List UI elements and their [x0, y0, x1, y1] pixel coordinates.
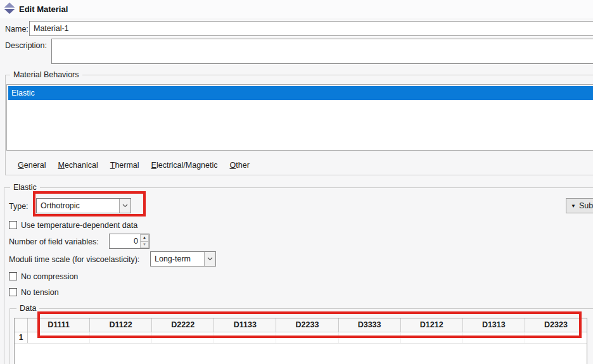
moduli-combobox[interactable]: Long-term	[150, 251, 216, 267]
data-table[interactable]: D1111 D1122 D2222 D1133 D2233 D3333 D121…	[14, 318, 587, 364]
table-cell[interactable]	[525, 332, 587, 343]
column-header: D1212	[401, 318, 463, 332]
dialog-titlebar	[0, 0, 593, 18]
no-tension-checkbox[interactable]	[9, 288, 17, 296]
table-row: 1	[15, 332, 587, 344]
abaqus-logo-icon	[4, 3, 15, 14]
table-cell[interactable]	[90, 332, 152, 343]
table-corner-cell	[15, 318, 28, 332]
column-header: D1111	[28, 318, 90, 332]
field-vars-value[interactable]: 0	[110, 234, 140, 248]
column-header: D1133	[214, 318, 276, 332]
menu-other[interactable]: Other	[230, 161, 250, 170]
column-header: D1122	[90, 318, 152, 332]
type-combo-dropdown[interactable]	[119, 199, 131, 213]
moduli-label: Moduli time scale (for viscoelasticity):	[9, 255, 139, 264]
spin-down-icon[interactable]: ▼	[140, 242, 149, 249]
table-cell[interactable]	[339, 332, 401, 343]
suboptions-button[interactable]: ▼ Subo	[566, 198, 593, 213]
elastic-group-label: Elastic	[10, 183, 40, 192]
behavior-menubar: General Mechanical Thermal Electrical/Ma…	[6, 158, 593, 172]
data-group-label: Data	[16, 304, 39, 313]
suboptions-button-label: Subo	[579, 201, 593, 210]
menu-thermal[interactable]: Thermal	[110, 161, 139, 170]
field-vars-spinner[interactable]: 0 ▲ ▼	[109, 234, 150, 249]
no-compression-checkbox[interactable]	[9, 272, 17, 280]
name-label: Name:	[5, 25, 29, 34]
dialog-title: Edit Material	[19, 4, 68, 14]
menu-mechanical[interactable]: Mechanical	[58, 161, 98, 170]
row-number: 1	[15, 332, 28, 343]
description-label: Description:	[5, 41, 47, 50]
table-cell[interactable]	[152, 332, 214, 343]
column-header: D2233	[276, 318, 338, 332]
type-combobox[interactable]: Orthotropic	[36, 198, 131, 213]
use-temp-label: Use temperature-dependent data	[21, 221, 137, 230]
list-item-elastic[interactable]: Elastic	[8, 86, 593, 100]
name-input[interactable]: Material-1	[29, 21, 593, 36]
column-header: D2222	[152, 318, 214, 332]
table-cell[interactable]	[28, 332, 90, 343]
use-temp-checkbox[interactable]	[9, 221, 17, 229]
table-header-row: D1111 D1122 D2222 D1133 D2233 D3333 D121…	[15, 318, 587, 332]
no-tension-label: No tension	[21, 288, 59, 297]
spin-up-icon[interactable]: ▲	[140, 234, 149, 242]
moduli-selected-value: Long-term	[151, 252, 204, 266]
table-cell[interactable]	[214, 332, 276, 343]
no-compression-label: No compression	[21, 272, 78, 281]
material-behaviors-group-label: Material Behaviors	[10, 70, 82, 80]
type-label: Type:	[9, 202, 29, 211]
menu-electrical-magnetic[interactable]: Electrical/Magnetic	[151, 161, 218, 170]
moduli-combo-dropdown[interactable]	[204, 252, 215, 266]
button-arrow-icon: ▼	[571, 203, 576, 209]
material-behaviors-list[interactable]: Elastic	[6, 84, 593, 151]
edit-material-dialog: Edit Material Name: Material-1 Descripti…	[0, 0, 593, 364]
column-header: D1313	[463, 318, 525, 332]
column-header: D3333	[339, 318, 401, 332]
chevron-down-icon	[207, 257, 213, 261]
field-vars-label: Number of field variables:	[9, 237, 99, 246]
chevron-down-icon	[122, 204, 128, 208]
column-header: D2323	[525, 318, 587, 332]
table-cell[interactable]	[401, 332, 463, 343]
table-cell[interactable]	[463, 332, 525, 343]
description-input[interactable]	[51, 39, 593, 64]
menu-general[interactable]: General	[18, 161, 46, 170]
table-cell[interactable]	[276, 332, 338, 343]
type-selected-value: Orthotropic	[37, 199, 119, 213]
